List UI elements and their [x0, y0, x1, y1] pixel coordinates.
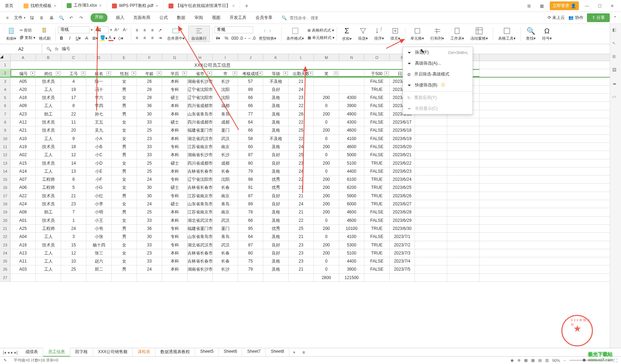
view-break[interactable]: ▥: [545, 358, 549, 363]
cell[interactable]: 200: [314, 225, 339, 232]
cell[interactable]: TRUE: [364, 200, 390, 208]
cell[interactable]: A13: [11, 249, 36, 257]
new-icon[interactable]: 🗎: [39, 15, 45, 21]
header-cell[interactable]: 奖▾: [314, 69, 339, 77]
cell[interactable]: [162, 274, 187, 282]
cell[interactable]: 25: [289, 126, 314, 134]
cell[interactable]: 工人: [36, 167, 61, 175]
cell[interactable]: 2023/6/19: [390, 135, 415, 143]
cell[interactable]: 66: [238, 126, 263, 134]
cell[interactable]: 0: [314, 135, 339, 143]
cell[interactable]: 25: [289, 151, 314, 159]
font-select[interactable]: [58, 26, 90, 33]
underline[interactable]: U▾: [75, 35, 82, 42]
cell[interactable]: 本科: [162, 126, 187, 134]
cell[interactable]: 200: [314, 143, 339, 151]
cell[interactable]: 厦门: [213, 225, 238, 232]
row-header[interactable]: 21: [0, 225, 11, 232]
cell[interactable]: 小A: [86, 135, 112, 143]
orientation[interactable]: ↗: [157, 27, 164, 34]
cell[interactable]: 优秀: [263, 225, 289, 232]
cell[interactable]: 硕士: [162, 200, 187, 208]
percent[interactable]: %: [223, 35, 230, 42]
cell[interactable]: A25: [11, 225, 36, 232]
cell[interactable]: 2023/7/1: [390, 233, 415, 240]
preview-icon[interactable]: 🔍: [58, 15, 65, 21]
currency[interactable]: ¥▾: [214, 35, 222, 42]
cell[interactable]: 87: [238, 151, 263, 159]
cell[interactable]: 66: [238, 94, 263, 101]
file-menu[interactable]: 文件▾: [14, 15, 25, 21]
header-cell[interactable]: 于500▾: [364, 69, 390, 77]
cell[interactable]: [339, 86, 364, 93]
cell[interactable]: 青岛: [213, 200, 238, 208]
cell[interactable]: 长春: [213, 167, 238, 175]
cell[interactable]: 良好: [263, 249, 289, 257]
tab-review[interactable]: 审阅: [194, 13, 204, 22]
cell[interactable]: 良好: [263, 200, 289, 208]
cell[interactable]: 78: [238, 208, 263, 216]
col-header[interactable]: L: [289, 54, 314, 61]
cell[interactable]: 26: [137, 78, 162, 85]
sidebar-chart-icon[interactable]: 🖼: [612, 67, 619, 74]
cell[interactable]: 18: [61, 143, 86, 151]
sheet-tab[interactable]: XXX公司销售额: [93, 348, 133, 357]
cell[interactable]: 200: [314, 192, 339, 200]
cell[interactable]: 58: [238, 135, 263, 143]
cell[interactable]: 7: [61, 208, 86, 216]
filter-button[interactable]: ▾: [81, 71, 85, 75]
col-header[interactable]: J: [238, 54, 263, 61]
cell[interactable]: 25: [137, 167, 162, 175]
header-cell[interactable]: [339, 69, 364, 77]
filter-button[interactable]: ▾: [334, 71, 338, 75]
sidebar-select-icon[interactable]: ↖: [612, 41, 619, 48]
row-header[interactable]: 9: [0, 126, 11, 134]
cell[interactable]: 0: [314, 233, 339, 240]
cell[interactable]: 17: [61, 94, 86, 101]
cell[interactable]: FALSE: [364, 78, 390, 85]
cell[interactable]: A06: [11, 184, 36, 191]
fill[interactable]: 填充▾: [388, 26, 403, 42]
cell[interactable]: 孙七: [86, 110, 112, 118]
cell[interactable]: 及格: [263, 265, 289, 273]
filter-button[interactable]: ▾: [258, 71, 262, 75]
cell[interactable]: 24: [137, 200, 162, 208]
sort[interactable]: 排序▾: [371, 26, 387, 42]
cell[interactable]: 女: [112, 200, 137, 208]
italic[interactable]: I: [66, 35, 73, 42]
cell[interactable]: 青岛: [213, 233, 238, 240]
cell[interactable]: 9: [61, 135, 86, 143]
filter-button[interactable]: ▾: [207, 71, 212, 75]
cell[interactable]: A24: [11, 200, 36, 208]
cell[interactable]: 2023/6/22: [390, 159, 415, 167]
find[interactable]: 🔍查找▾: [523, 26, 539, 42]
cell[interactable]: 四川省成都市: [187, 102, 213, 110]
fill-color[interactable]: 🪣▾: [100, 35, 107, 42]
cell[interactable]: [314, 86, 339, 93]
cell[interactable]: 89: [238, 200, 263, 208]
cell[interactable]: 33: [137, 143, 162, 151]
cell[interactable]: 22: [289, 176, 314, 183]
cell[interactable]: 24: [289, 143, 314, 151]
cell[interactable]: 张三: [86, 249, 112, 257]
cell[interactable]: TRUE: [364, 241, 390, 249]
cell[interactable]: 工人: [36, 135, 61, 143]
cell[interactable]: 工人: [36, 249, 61, 257]
cell[interactable]: 33: [137, 257, 162, 265]
inc-dec[interactable]: .0→: [240, 35, 247, 42]
cell[interactable]: A05: [11, 78, 36, 85]
row-header[interactable]: 4: [0, 86, 11, 93]
sheet[interactable]: 工作表▾: [448, 26, 467, 42]
cell[interactable]: 女: [112, 118, 137, 126]
cell[interactable]: 14: [61, 159, 86, 167]
align-top[interactable]: ≡: [133, 27, 140, 34]
cell[interactable]: 湖南省长沙市: [187, 78, 213, 85]
filter-button[interactable]: ▾: [233, 71, 237, 75]
cell[interactable]: 厦门: [213, 126, 238, 134]
cell[interactable]: 男: [112, 208, 137, 216]
cell[interactable]: A07: [11, 176, 36, 183]
cell[interactable]: 24: [61, 225, 86, 232]
cell[interactable]: 本科: [162, 249, 187, 257]
bold[interactable]: B: [58, 35, 65, 42]
cell[interactable]: 23: [289, 94, 314, 101]
